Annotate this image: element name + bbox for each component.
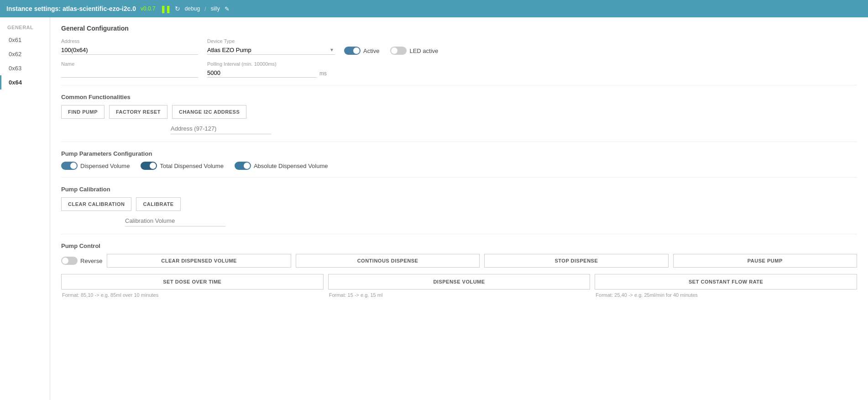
name-label: Name bbox=[61, 61, 198, 67]
pump-parameters-title: Pump Parameters Configuration bbox=[61, 150, 857, 157]
sidebar-section-label: GENERAL bbox=[0, 22, 50, 33]
active-toggle-wrap: Active bbox=[344, 47, 379, 55]
pump-control-title: Pump Control bbox=[61, 242, 857, 249]
device-type-select[interactable]: Atlas EZO Pump bbox=[207, 46, 335, 55]
total-dispensed-toggle[interactable] bbox=[141, 162, 157, 170]
change-i2c-button[interactable]: CHANGE I2C ADDRESS bbox=[172, 105, 246, 119]
address-group: Address bbox=[61, 38, 198, 55]
clear-dispensed-button[interactable]: CLEAR DISPENSED VOLUME bbox=[107, 254, 291, 268]
pause-pump-button[interactable]: PAUSE PUMP bbox=[673, 254, 857, 268]
address-device-row: Address Device Type Atlas EZO Pump ▾ Act… bbox=[61, 38, 857, 55]
clear-calibration-button[interactable]: CLEAR CALIBRATION bbox=[61, 197, 131, 211]
reverse-label: Reverse bbox=[80, 258, 102, 264]
pump-calibration-title: Pump Calibration bbox=[61, 186, 857, 193]
led-toggle-wrap: LED active bbox=[390, 47, 438, 55]
version-label: v0.0.7 bbox=[141, 5, 156, 12]
general-config-title: General Configuration bbox=[61, 25, 857, 32]
sidebar: GENERAL 0x61 0x62 0x63 0x64 bbox=[0, 17, 50, 400]
sidebar-item-0x62[interactable]: 0x62 bbox=[0, 47, 50, 61]
address-label: Address bbox=[61, 38, 198, 44]
constant-hint: Format: 25,40 -> e.g. 25ml/min for 40 mi… bbox=[595, 292, 857, 298]
calibration-volume-input[interactable] bbox=[125, 216, 225, 226]
calibrate-button[interactable]: CALIBRATE bbox=[136, 197, 180, 211]
dose-over-time-col: SET DOSE OVER TIME Format: 85,10 -> e.g.… bbox=[61, 274, 324, 298]
polling-label: Polling Interval (min. 10000ms) bbox=[207, 61, 327, 67]
name-input[interactable] bbox=[61, 68, 198, 78]
name-group: Name bbox=[61, 61, 198, 78]
reverse-knob bbox=[62, 258, 68, 264]
stop-dispense-button[interactable]: STOP DISPENSE bbox=[484, 254, 668, 268]
control-bottom-row: SET DOSE OVER TIME Format: 85,10 -> e.g.… bbox=[61, 274, 857, 298]
reverse-toggle-wrap: Reverse bbox=[61, 257, 102, 265]
dose-hint: Format: 85,10 -> e.g. 85ml over 10 minut… bbox=[61, 292, 324, 298]
calibration-buttons-row: CLEAR CALIBRATION CALIBRATE bbox=[61, 197, 857, 211]
continuous-dispense-button[interactable]: CONTINOUS DISPENSE bbox=[296, 254, 480, 268]
polling-name-row: Name Polling Interval (min. 10000ms) ms bbox=[61, 61, 857, 78]
active-toggle-knob bbox=[353, 47, 360, 54]
polling-input[interactable] bbox=[207, 68, 317, 78]
address-input[interactable] bbox=[61, 46, 198, 55]
i2c-address-input[interactable] bbox=[171, 123, 271, 134]
sidebar-item-0x64[interactable]: 0x64 bbox=[0, 75, 50, 89]
i2c-address-group bbox=[171, 123, 857, 134]
dispensed-volume-toggle[interactable] bbox=[61, 162, 78, 170]
polling-input-row: ms bbox=[207, 68, 327, 78]
refresh-icon[interactable]: ↻ bbox=[175, 5, 180, 12]
total-dispensed-label: Total Dispensed Volume bbox=[160, 163, 223, 169]
absolute-dispensed-toggle-wrap: Absolute Dispensed Volume bbox=[235, 162, 328, 170]
dispense-volume-col: DISPENSE VOLUME Format: 15 -> e.g. 15 ml bbox=[328, 274, 591, 298]
dispense-volume-button[interactable]: DISPENSE VOLUME bbox=[328, 274, 591, 289]
dispensed-volume-toggle-wrap: Dispensed Volume bbox=[61, 162, 130, 170]
sidebar-item-0x61[interactable]: 0x61 bbox=[0, 33, 50, 47]
pump-control-row: Reverse CLEAR DISPENSED VOLUME CONTINOUS… bbox=[61, 254, 857, 268]
set-dose-button[interactable]: SET DOSE OVER TIME bbox=[61, 274, 324, 289]
polling-group: Polling Interval (min. 10000ms) ms bbox=[207, 61, 327, 78]
app-header: Instance settings: atlas-scientific-ezo-… bbox=[0, 0, 868, 17]
polling-unit: ms bbox=[319, 70, 327, 78]
pause-icon[interactable]: ❚❚ bbox=[160, 5, 170, 13]
common-buttons-row: FIND PUMP FACTORY RESET CHANGE I2C ADDRE… bbox=[61, 105, 857, 119]
edit-icon[interactable]: ✎ bbox=[225, 5, 230, 12]
dispensed-volume-label: Dispensed Volume bbox=[80, 163, 130, 169]
instance-name: silly bbox=[211, 5, 220, 12]
find-pump-button[interactable]: FIND PUMP bbox=[61, 105, 105, 119]
constant-flow-col: SET CONSTANT FLOW RATE Format: 25,40 -> … bbox=[595, 274, 857, 298]
device-type-group: Device Type Atlas EZO Pump ▾ bbox=[207, 38, 335, 55]
debug-label: debug bbox=[185, 5, 200, 12]
dispense-hint: Format: 15 -> e.g. 15 ml bbox=[328, 292, 591, 298]
led-label: LED active bbox=[409, 47, 438, 54]
main-layout: GENERAL 0x61 0x62 0x63 0x64 General Conf… bbox=[0, 17, 868, 400]
total-dispensed-knob bbox=[150, 163, 156, 169]
separator: / bbox=[204, 5, 206, 12]
main-content: General Configuration Address Device Typ… bbox=[50, 17, 868, 400]
led-toggle-knob bbox=[391, 47, 397, 54]
pump-parameters-row: Dispensed Volume Total Dispensed Volume … bbox=[61, 162, 857, 170]
factory-reset-button[interactable]: FACTORY RESET bbox=[109, 105, 167, 119]
set-constant-button[interactable]: SET CONSTANT FLOW RATE bbox=[595, 274, 857, 289]
active-toggle[interactable] bbox=[344, 47, 361, 55]
header-title: Instance settings: atlas-scientific-ezo-… bbox=[6, 5, 136, 12]
common-functionalities-title: Common Functionalities bbox=[61, 94, 857, 100]
absolute-dispensed-knob bbox=[244, 163, 250, 169]
absolute-dispensed-toggle[interactable] bbox=[235, 162, 251, 170]
dispensed-volume-knob bbox=[70, 163, 77, 169]
absolute-dispensed-label: Absolute Dispensed Volume bbox=[254, 163, 328, 169]
reverse-toggle[interactable] bbox=[61, 257, 78, 265]
active-label: Active bbox=[363, 47, 379, 54]
device-type-label: Device Type bbox=[207, 38, 335, 44]
led-toggle[interactable] bbox=[390, 47, 407, 55]
sidebar-item-0x63[interactable]: 0x63 bbox=[0, 61, 50, 75]
total-dispensed-toggle-wrap: Total Dispensed Volume bbox=[141, 162, 223, 170]
active-area: Active LED active bbox=[344, 47, 438, 55]
